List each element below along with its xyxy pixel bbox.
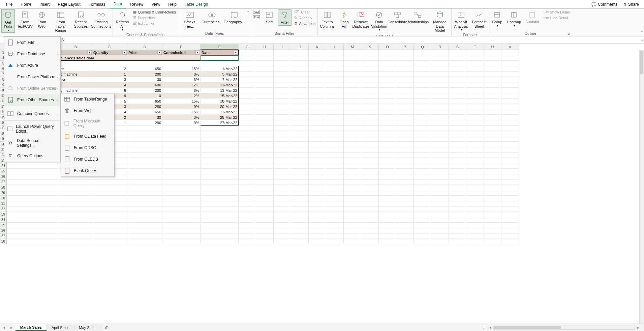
cell-G24[interactable] <box>239 163 256 169</box>
cell-V18[interactable] <box>501 131 519 136</box>
cell-J32[interactable] <box>291 206 309 212</box>
cell-U8[interactable] <box>484 77 501 82</box>
cell-B9[interactable] <box>59 82 92 88</box>
cell-N14[interactable] <box>361 109 379 115</box>
cell-V35[interactable] <box>501 223 519 228</box>
cell-N25[interactable] <box>361 169 379 174</box>
col-header-B[interactable]: B <box>59 44 92 50</box>
cell-L18[interactable] <box>326 131 344 136</box>
cell-C7[interactable]: 1 <box>92 72 127 77</box>
advanced-button[interactable]: ⚙Advanced <box>294 21 316 26</box>
cell-H29[interactable] <box>256 190 274 196</box>
cell-L33[interactable] <box>326 212 344 217</box>
cell-L15[interactable] <box>326 115 344 120</box>
cell-R30[interactable] <box>431 196 449 201</box>
cell-M22[interactable] <box>344 153 361 158</box>
cell-F15[interactable]: 25-Mar-22 <box>201 115 239 120</box>
cell-J5[interactable] <box>291 61 309 66</box>
cell-V5[interactable] <box>501 61 519 66</box>
cell-L25[interactable] <box>326 169 344 174</box>
cell-J33[interactable] <box>291 212 309 217</box>
cell-O7[interactable] <box>379 72 396 77</box>
cell-T21[interactable] <box>466 147 484 153</box>
row-header-24[interactable]: 24 <box>0 163 6 169</box>
cell-H38[interactable] <box>256 239 274 244</box>
from-table-range-button[interactable]: From Table/ Range <box>51 9 71 33</box>
cell-T17[interactable] <box>466 126 484 131</box>
cell-K31[interactable] <box>309 201 326 206</box>
cell-Q25[interactable] <box>414 169 431 174</box>
cell-U34[interactable] <box>484 217 501 223</box>
cell-O3[interactable] <box>379 50 396 55</box>
tab-view[interactable]: View <box>148 1 164 8</box>
cell-I20[interactable] <box>274 142 291 147</box>
cell-C10[interactable]: 6 <box>92 88 127 93</box>
cell-F16[interactable]: 27-Mar-22 <box>201 120 239 126</box>
col-header-P[interactable]: P <box>396 44 414 50</box>
cell-M28[interactable] <box>344 185 361 190</box>
cell-N7[interactable] <box>361 72 379 77</box>
cell-Q28[interactable] <box>414 185 431 190</box>
cell-D32[interactable] <box>127 206 162 212</box>
grid[interactable]: ABCDEFGHIJKLMNOPQRSTUV 34567891011121314… <box>0 44 644 324</box>
cell-U19[interactable] <box>484 136 501 142</box>
cell-G10[interactable] <box>239 88 256 93</box>
cell-M18[interactable] <box>344 131 361 136</box>
cell-Q32[interactable] <box>414 206 431 212</box>
cell-T15[interactable] <box>466 115 484 120</box>
cell-D28[interactable] <box>127 185 162 190</box>
tab-data[interactable]: Data <box>110 0 126 8</box>
cell-U10[interactable] <box>484 88 501 93</box>
cell-H32[interactable] <box>256 206 274 212</box>
cell-F30[interactable] <box>201 196 239 201</box>
cell-F24[interactable] <box>201 163 239 169</box>
cell-H27[interactable] <box>256 180 274 185</box>
cell-O29[interactable] <box>379 190 396 196</box>
col-header-E[interactable]: E <box>162 44 201 50</box>
cell-D6[interactable]: 650 <box>127 66 162 72</box>
cell-R16[interactable] <box>431 120 449 126</box>
cell-Q36[interactable] <box>414 228 431 233</box>
cell-H30[interactable] <box>256 196 274 201</box>
cell-J27[interactable] <box>291 180 309 185</box>
cell-D12[interactable]: 650 <box>127 99 162 104</box>
cell-M35[interactable] <box>344 223 361 228</box>
ribbon-collapse-icon[interactable]: ˆ <box>641 31 643 35</box>
filter-dropdown-icon[interactable]: ▾ <box>234 50 238 55</box>
cell-G4[interactable] <box>239 55 256 61</box>
cell-L32[interactable] <box>326 206 344 212</box>
cell-F13[interactable]: 20-Mar-22 <box>201 104 239 109</box>
cell-I23[interactable] <box>274 158 291 163</box>
queries-connections-button[interactable]: ▦Queries & Connections <box>132 9 177 15</box>
cell-H26[interactable] <box>256 174 274 180</box>
cell-K27[interactable] <box>309 180 326 185</box>
cell-O25[interactable] <box>379 169 396 174</box>
cell-H34[interactable] <box>256 217 274 223</box>
col-header-F[interactable]: F <box>201 44 239 50</box>
cell-Q38[interactable] <box>414 239 431 244</box>
cell-D10[interactable]: 200 <box>127 88 162 93</box>
cell-O19[interactable] <box>379 136 396 142</box>
cell-I34[interactable] <box>274 217 291 223</box>
row-header-35[interactable]: 35 <box>0 223 6 228</box>
cell-D35[interactable] <box>127 223 162 228</box>
cell-H14[interactable] <box>256 109 274 115</box>
cell-L30[interactable] <box>326 196 344 201</box>
cell-L20[interactable] <box>326 142 344 147</box>
consolidate-button[interactable]: Consolidate <box>389 9 405 25</box>
cell-N19[interactable] <box>361 136 379 142</box>
cell-I29[interactable] <box>274 190 291 196</box>
cell-H21[interactable] <box>256 147 274 153</box>
clear-button[interactable]: ⌫Clear <box>294 9 316 15</box>
cell-K10[interactable] <box>309 88 326 93</box>
col-header-V[interactable]: V <box>501 44 519 50</box>
cell-M30[interactable] <box>344 196 361 201</box>
cell-N16[interactable] <box>361 120 379 126</box>
cell-G3[interactable] <box>239 50 256 55</box>
cell-S31[interactable] <box>449 201 466 206</box>
cell-E7[interactable]: 8% <box>162 72 201 77</box>
cell-Q24[interactable] <box>414 163 431 169</box>
cell-V32[interactable] <box>501 206 519 212</box>
share-button[interactable]: ⇪ Share <box>620 1 642 8</box>
cell-I38[interactable] <box>274 239 291 244</box>
